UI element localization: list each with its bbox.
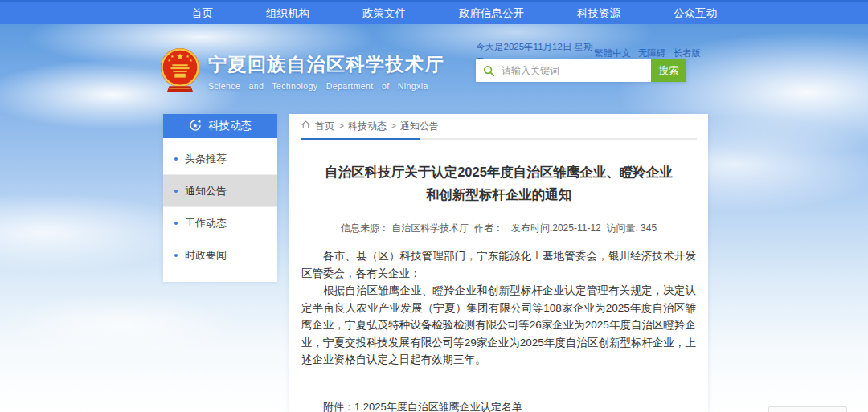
nav-item-public-interaction[interactable]: 公众互动 (674, 6, 717, 21)
nav-item-home[interactable]: 首页 (191, 6, 213, 21)
national-emblem-icon: ★ ★ ★ ★ ★ (159, 46, 201, 97)
breadcrumb: 首页 > 科技动态 > 通知公告 (301, 114, 697, 140)
link-elderly-version[interactable]: 长者版 (674, 47, 702, 59)
article-title-line1: 自治区科技厅关于认定2025年度自治区雏鹰企业、瞪羚企业 (301, 161, 697, 183)
attachments-list: 1.2025年度自治区雏鹰企业认定名单 2.2025年度自治区瞪羚企业认定名单 … (354, 398, 554, 412)
article-paragraph-main: 根据自治区雏鹰企业、瞪羚企业和创新型标杆企业认定管理有关规定，决定认定半亩良人农… (301, 282, 696, 369)
attachment-link-eagle-list[interactable]: 1.2025年度自治区雏鹰企业认定名单 (354, 398, 554, 412)
link-accessibility[interactable]: 无障碍 (638, 47, 666, 59)
search-bar: 搜索 (476, 59, 686, 82)
nav-item-gov-info-disclosure[interactable]: 政府信息公开 (459, 6, 524, 21)
nav-item-tech-resources[interactable]: 科技资源 (577, 6, 620, 21)
svg-text:★: ★ (176, 51, 183, 61)
page: 首页 组织机构 政策文件 政府信息公开 科技资源 公众互动 ★ ★ ★ ★ ★ (0, 0, 868, 412)
breadcrumb-tech-news[interactable]: 科技动态 (348, 120, 387, 133)
svg-text:★: ★ (193, 122, 199, 129)
tech-news-icon: ★ (189, 119, 202, 134)
sidebar-item-headlines[interactable]: 头条推荐 (163, 143, 277, 175)
breadcrumb-notices[interactable]: 通知公告 (400, 120, 439, 133)
sidebar-item-current-politics[interactable]: 时政要闻 (163, 239, 277, 271)
home-icon (301, 120, 311, 133)
site-subtitle: Science and Technology Department of Nin… (208, 81, 444, 91)
quick-links: 繁體中文 无障碍 长者版 (594, 47, 701, 59)
breadcrumb-separator: > (391, 120, 396, 132)
svg-text:★: ★ (189, 58, 193, 63)
sidebar: ★ 科技动态 头条推荐 通知公告 工作动态 时政要闻 (163, 114, 277, 282)
svg-text:★: ★ (167, 58, 171, 63)
sidebar-header: ★ 科技动态 (163, 114, 277, 138)
sidebar-title: 科技动态 (208, 119, 252, 133)
article-paragraph-greeting: 各市、县（区）科技管理部门，宁东能源化工基地管委会，银川经济技术开发区管委会，各… (301, 247, 696, 282)
search-button[interactable]: 搜索 (651, 59, 686, 82)
attachments: 附件： 1.2025年度自治区雏鹰企业认定名单 2.2025年度自治区瞪羚企业认… (323, 398, 697, 412)
breadcrumb-separator: > (338, 120, 344, 132)
nav-item-organization[interactable]: 组织机构 (266, 6, 309, 21)
footer-peek (768, 406, 847, 412)
attachments-label: 附件： (323, 398, 354, 412)
nav-item-policy-documents[interactable]: 政策文件 (362, 6, 406, 21)
site-title: 宁夏回族自治区科学技术厅 (208, 52, 444, 77)
search-input[interactable] (500, 64, 651, 77)
search-icon (483, 65, 495, 77)
link-traditional-chinese[interactable]: 繁體中文 (594, 47, 631, 59)
article-title: 自治区科技厅关于认定2025年度自治区雏鹰企业、瞪羚企业 和创新型标杆企业的通知 (301, 161, 697, 206)
article-title-line2: 和创新型标杆企业的通知 (301, 183, 697, 206)
breadcrumb-home[interactable]: 首页 (315, 120, 334, 133)
article-meta: 信息来源： 自治区科学技术厅 作者： 发布时间:2025-11-12 访问量: … (301, 222, 697, 235)
sidebar-item-notices[interactable]: 通知公告 (163, 175, 277, 207)
site-logo[interactable]: ★ ★ ★ ★ ★ 宁夏回族自治区科学技术厅 Science and Techn… (159, 46, 444, 97)
sidebar-item-work-updates[interactable]: 工作动态 (163, 207, 277, 239)
article-body: 各市、县（区）科技管理部门，宁东能源化工基地管委会，银川经济技术开发区管委会，各… (301, 247, 696, 369)
main-content: 首页 > 科技动态 > 通知公告 自治区科技厅关于认定2025年度自治区雏鹰企业… (289, 114, 708, 412)
top-nav: 首页 组织机构 政策文件 政府信息公开 科技资源 公众互动 (0, 0, 868, 24)
sidebar-menu: 头条推荐 通知公告 工作动态 时政要闻 (163, 138, 277, 271)
